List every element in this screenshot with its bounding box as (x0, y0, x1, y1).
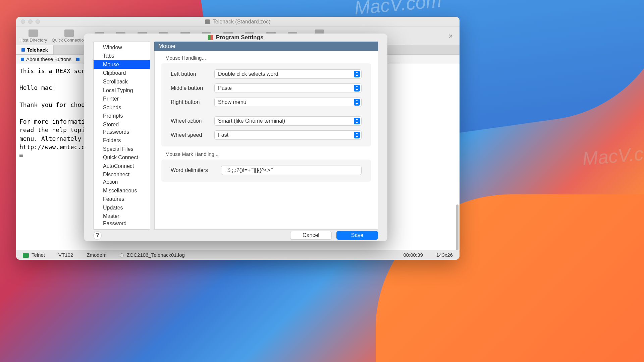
sidebar-item-prompts[interactable]: Prompts (94, 112, 150, 120)
right-button-label: Right button (171, 99, 214, 105)
bookmark-icon[interactable] (76, 58, 79, 61)
sidebar-item-mouse[interactable]: Mouse (94, 60, 150, 69)
middle-button-select[interactable]: Paste (214, 83, 362, 93)
dialog-body: WindowTabsMouseClipboardScrollbackLocal … (84, 42, 387, 230)
sidebar-item-quick-connect[interactable]: Quick Connect (94, 153, 150, 162)
sidebar-item-miscellaneous[interactable]: Miscellaneous (94, 186, 150, 195)
sidebar-item-updates[interactable]: Updates (94, 203, 150, 212)
window-title-icon (205, 19, 210, 24)
group-label-mouse-handling: Mouse Handling... (165, 55, 371, 61)
settings-sidebar: WindowTabsMouseClipboardScrollbackLocal … (93, 42, 150, 230)
save-button[interactable]: Save (336, 231, 378, 240)
right-button-select[interactable]: Show menu (214, 98, 362, 107)
sidebar-item-tabs[interactable]: Tabs (94, 52, 150, 60)
help-button[interactable]: ? (93, 231, 102, 240)
chevron-updown-icon (354, 85, 360, 92)
network-icon (23, 253, 29, 258)
directory-icon (29, 29, 38, 37)
tab-telehack[interactable]: Telehack (16, 45, 54, 54)
terminal-cursor (19, 155, 23, 157)
watermark: MacV.co (582, 142, 644, 170)
sidebar-item-autoconnect[interactable]: AutoConnect (94, 162, 150, 171)
status-size: 143x26 (436, 252, 453, 258)
sidebar-item-disconnect-action[interactable]: Disconnect Action (94, 170, 150, 186)
sidebar-item-folders[interactable]: Folders (94, 136, 150, 145)
dialog-footer: ? Cancel Save (84, 230, 387, 241)
middle-button-label: Middle button (171, 85, 214, 91)
sidebar-item-clipboard[interactable]: Clipboard (94, 69, 150, 77)
sidebar-item-scrollback[interactable]: Scrollback (94, 77, 150, 86)
toolbar-host-directory[interactable]: Host Directory (19, 29, 47, 43)
bookmark-icon (21, 58, 24, 61)
window-title: Telehack (Standard.zoc) (205, 19, 271, 25)
content-header: Mouse (154, 42, 378, 51)
status-time: 00:00:39 (403, 252, 423, 258)
group-mouse-handling: Left button Double click selects word Mi… (161, 63, 371, 146)
settings-content: Mouse Mouse Handling... Left button Doub… (154, 42, 378, 230)
connection-icon (64, 29, 74, 37)
status-transfer[interactable]: Zmodem (87, 252, 106, 258)
traffic-lights (16, 19, 40, 24)
log-toggle-icon[interactable] (120, 253, 124, 257)
sidebar-item-sounds[interactable]: Sounds (94, 103, 150, 112)
wheel-speed-label: Wheel speed (171, 132, 214, 138)
scrollbar-thumb[interactable] (456, 204, 459, 251)
toolbar-label: Quick Connection (52, 38, 86, 43)
bookmark-about[interactable]: About these Buttons (21, 56, 71, 62)
group-mouse-mark: Word delimiters $ ;,:?()!=+'"|[]{}^<>`´ (161, 160, 371, 182)
tab-label: Telehack (27, 47, 48, 53)
titlebar[interactable]: Telehack (Standard.zoc) (16, 17, 460, 27)
program-settings-dialog: Program Settings WindowTabsMouseClipboar… (84, 34, 387, 241)
watermark: MacV.com (354, 0, 442, 19)
chevron-updown-icon (354, 132, 360, 138)
status-logfile[interactable]: ZOC2106_Telehack01.log (120, 252, 184, 258)
sidebar-item-special-files[interactable]: Special Files (94, 145, 150, 154)
dialog-title: Program Settings (216, 34, 264, 41)
left-button-select[interactable]: Double click selects word (214, 69, 362, 79)
content-body: Mouse Handling... Left button Double cli… (154, 51, 378, 230)
statusbar: Telnet VT102 Zmodem ZOC2106_Telehack01.l… (16, 250, 460, 260)
tab-icon (21, 48, 25, 52)
settings-icon (208, 35, 213, 40)
sidebar-item-window[interactable]: Window (94, 43, 150, 52)
wheel-action-select[interactable]: Smart (like Gnome terminal) (214, 116, 362, 126)
wheel-speed-select[interactable]: Fast (214, 130, 362, 140)
dialog-titlebar[interactable]: Program Settings (84, 34, 387, 42)
word-delimiters-input[interactable]: $ ;,:?()!=+'"|[]{}^<>`´ (221, 166, 362, 175)
sidebar-item-local-typing[interactable]: Local Typing (94, 86, 150, 95)
status-emulation[interactable]: VT102 (58, 252, 73, 258)
toolbar-label: Host Directory (19, 38, 47, 43)
toolbar-overflow[interactable]: » (449, 32, 456, 40)
status-protocol[interactable]: Telnet (23, 252, 45, 258)
sidebar-item-printer[interactable]: Printer (94, 95, 150, 103)
zoom-button[interactable] (36, 19, 40, 24)
wheel-action-label: Wheel action (171, 118, 214, 124)
chevron-updown-icon (354, 118, 360, 124)
group-label-mouse-mark: Mouse Mark Handling... (165, 151, 371, 157)
chevron-updown-icon (354, 99, 360, 106)
chevron-updown-icon (354, 71, 360, 77)
toolbar-quick-connection[interactable]: Quick Connection (52, 29, 86, 43)
cancel-button[interactable]: Cancel (290, 231, 332, 240)
minimize-button[interactable] (28, 19, 33, 24)
word-delimiters-label: Word delimiters (171, 167, 221, 173)
sidebar-item-features[interactable]: Features (94, 195, 150, 203)
left-button-label: Left button (171, 71, 214, 77)
sidebar-item-master-password[interactable]: Master Password (94, 212, 150, 228)
close-button[interactable] (21, 19, 25, 24)
sidebar-item-stored-passwords[interactable]: Stored Passwords (94, 120, 150, 136)
window-title-text: Telehack (Standard.zoc) (213, 19, 271, 25)
